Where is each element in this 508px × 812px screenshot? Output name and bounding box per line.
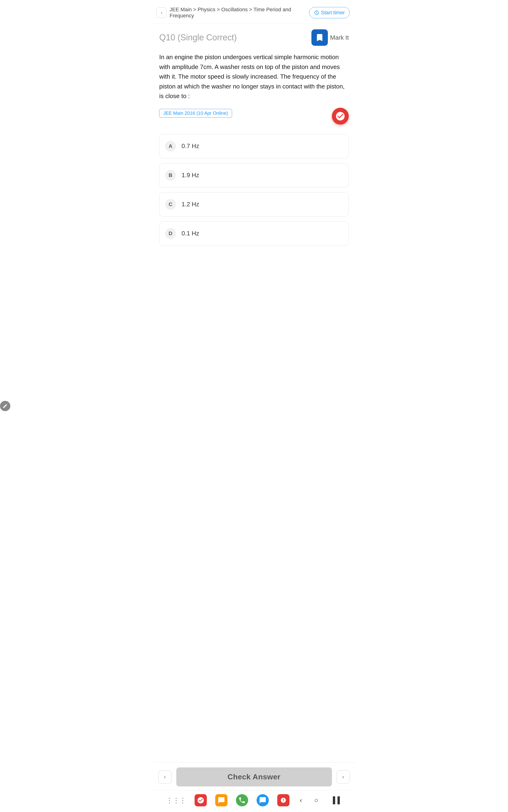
system-home-button[interactable]: ○ [312,795,320,806]
app-icon-green[interactable] [236,794,248,806]
system-back-button[interactable]: ‹ [298,795,304,806]
option-d-letter: D [165,228,176,239]
header-left: ‹ JEE Main > Physics > Oscillations > Ti… [157,7,309,19]
option-a-letter: A [165,141,176,152]
back-button[interactable]: ‹ [157,7,167,18]
check-answer-button[interactable]: Check Answer [176,767,332,786]
question-title: Q10 (Single Correct) [159,33,237,43]
prev-question-button[interactable]: ‹ [158,770,171,783]
system-recents-button[interactable]: ▐▐ [329,795,342,806]
next-icon: › [342,774,344,780]
svg-rect-3 [283,801,284,802]
timer-icon [314,10,319,15]
question-tag[interactable]: JEE Main 2016 (10 Apr Online) [159,109,232,117]
app-orange-icon [217,797,225,804]
option-c-text: 1.2 Hz [181,201,199,208]
app-icon-blue[interactable] [256,794,269,806]
app-red2-icon [280,797,287,804]
app-blue-icon [259,797,266,804]
bookmark-svg [315,33,324,42]
timer-label: Start timer [321,10,345,16]
option-c[interactable]: C 1.2 Hz [159,192,349,217]
option-b-letter: B [165,170,176,181]
system-navbar: ⋮⋮⋮ [153,790,355,812]
check-answer-row: ‹ Check Answer › [153,763,355,790]
svg-rect-2 [283,799,284,801]
option-c-letter: C [165,199,176,210]
app-red-icon [197,797,204,804]
bookmark-icon[interactable] [311,29,328,46]
app-icon-red[interactable] [195,794,207,806]
next-question-button[interactable]: › [337,770,350,783]
bottom-navigation: ‹ Check Answer › ⋮⋮⋮ [153,762,355,812]
prev-icon: ‹ [164,774,166,780]
avatar-icon [335,111,345,121]
question-header: Q10 (Single Correct) Mark It [159,29,349,46]
option-a-text: 0.7 Hz [181,142,199,150]
app-icon-orange[interactable] [215,794,227,806]
option-d-text: 0.1 Hz [181,230,199,237]
main-content: Q10 (Single Correct) Mark It In an engin… [153,24,355,279]
app-green-icon [238,797,246,804]
question-tag-row: JEE Main 2016 (10 Apr Online) [159,108,349,125]
mark-it-container: Mark It [311,29,349,46]
option-b[interactable]: B 1.9 Hz [159,163,349,188]
start-timer-button[interactable]: Start timer [309,7,350,18]
grid-icon[interactable]: ⋮⋮⋮ [166,797,186,804]
question-text: In an engine the piston undergoes vertic… [159,52,349,101]
back-icon: ‹ [161,10,162,15]
app-icon-red2[interactable] [278,794,290,806]
red-avatar-button[interactable] [332,108,349,125]
options-list: A 0.7 Hz B 1.9 Hz C 1.2 Hz D 0.1 Hz [159,134,349,246]
option-b-text: 1.9 Hz [181,172,199,179]
app-header: ‹ JEE Main > Physics > Oscillations > Ti… [153,0,355,24]
option-a[interactable]: A 0.7 Hz [159,134,349,158]
option-d[interactable]: D 0.1 Hz [159,221,349,246]
mark-it-label: Mark It [330,34,349,41]
breadcrumb: JEE Main > Physics > Oscillations > Time… [170,7,309,19]
